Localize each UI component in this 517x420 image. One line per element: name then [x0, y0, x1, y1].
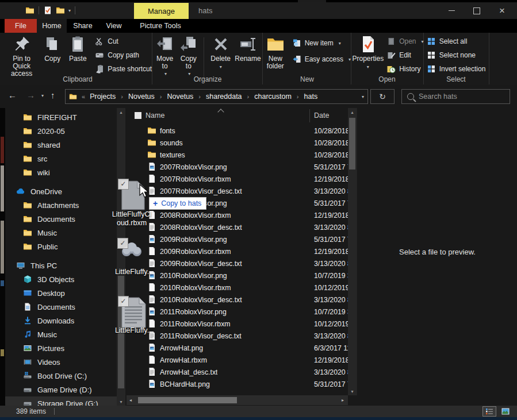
- tab-file[interactable]: File: [5, 19, 37, 33]
- file-row[interactable]: 2010RobloxVisor.rbxm 10/12/2019: [127, 282, 348, 294]
- address-dropdown-icon[interactable]: ▾: [362, 94, 364, 99]
- file-row[interactable]: 2008RobloxVisor_desc.txt 3/13/2020 8: [127, 221, 348, 233]
- paste-shortcut-button[interactable]: Paste shortcut: [95, 64, 152, 74]
- close-button[interactable]: [492, 2, 512, 19]
- history-button[interactable]: History: [386, 64, 423, 74]
- file-row[interactable]: 2011RobloxVisor_desc.txt 3/13/2020 8: [127, 330, 348, 342]
- rename-button[interactable]: Rename: [235, 35, 261, 63]
- easy-access-button[interactable]: Easy access: [292, 55, 351, 64]
- tab-home[interactable]: Home: [37, 19, 67, 33]
- sidebar-item[interactable]: Game Drive (D:): [5, 383, 117, 396]
- file-row[interactable]: 2009RobloxVisor.png 5/31/2017 7: [127, 233, 348, 245]
- sidebar-item[interactable]: Desktop: [5, 286, 117, 300]
- file-row[interactable]: 2007RobloxVisor_desc.txt 3/13/2020 8: [127, 185, 348, 197]
- paste-button[interactable]: Paste: [67, 35, 89, 63]
- forward-icon[interactable]: →: [26, 90, 35, 100]
- sidebar-item[interactable]: wiki: [5, 165, 117, 179]
- file-row[interactable]: BCHardHat.png 5/31/2017 7: [127, 378, 348, 390]
- address-bar[interactable]: « Projects›Novetus›Novetus›shareddata›ch…: [65, 89, 368, 104]
- scroll-up-icon[interactable]: ▴: [348, 108, 357, 116]
- horizontal-scrollbar-thumb[interactable]: [138, 397, 237, 403]
- tab-picture-tools[interactable]: Picture Tools: [131, 19, 190, 33]
- select-all-button[interactable]: Select all: [427, 37, 486, 46]
- file-row[interactable]: textures 10/28/2018: [127, 149, 348, 161]
- file-row[interactable]: 2010RobloxVisor.png 10/7/2019 3: [127, 269, 348, 282]
- scroll-right-icon[interactable]: ▸: [339, 395, 347, 405]
- sidebar-item[interactable]: Public: [5, 240, 117, 253]
- scroll-left-icon[interactable]: ◂: [127, 395, 135, 405]
- scroll-up-icon[interactable]: ▴: [117, 108, 125, 116]
- sidebar-item[interactable]: Downloads: [5, 314, 117, 327]
- file-row[interactable]: 2011RobloxVisor.rbxm 10/12/2019: [127, 318, 348, 330]
- sidebar-item[interactable]: shared: [5, 138, 117, 152]
- breadcrumb-item[interactable]: charcustom: [254, 93, 292, 101]
- file-row[interactable]: sounds 10/28/2018: [127, 137, 348, 149]
- file-list-scrollbar-thumb[interactable]: [349, 118, 355, 169]
- recent-locations-icon[interactable]: ▾: [41, 93, 44, 98]
- file-row[interactable]: 2007RobloxVisor.rbxm 12/19/2018: [127, 173, 348, 185]
- sidebar-item[interactable]: 2020-05: [5, 124, 117, 138]
- sidebar-item[interactable]: FIREFIGHT: [5, 110, 117, 124]
- sidebar-item[interactable]: Music: [5, 327, 117, 341]
- sidebar-item[interactable]: Documents: [5, 212, 117, 226]
- file-row[interactable]: ArrowHat.png 6/3/2017 11: [127, 342, 348, 354]
- copy-to-button[interactable]: Copy to: [178, 35, 198, 78]
- file-row[interactable]: ArrowHat.rbxm 12/19/2018: [127, 354, 348, 366]
- copy-path-button[interactable]: Copy path: [95, 51, 152, 60]
- file-row[interactable]: ArrowHat_desc.txt 3/13/2020 8: [127, 366, 348, 378]
- sidebar-item[interactable]: Attachments: [5, 198, 117, 212]
- tab-share[interactable]: Share: [67, 19, 99, 33]
- sidebar-item[interactable]: OneDrive: [5, 184, 117, 198]
- open-button[interactable]: Open: [386, 37, 423, 46]
- column-header-name[interactable]: Name: [145, 111, 164, 120]
- delete-button[interactable]: Delete: [209, 35, 232, 71]
- copy-button[interactable]: Copy: [41, 35, 63, 63]
- details-view-button[interactable]: [482, 406, 496, 417]
- column-divider[interactable]: [309, 109, 310, 122]
- move-to-button[interactable]: Move to: [155, 35, 175, 78]
- scroll-down-icon[interactable]: ▾: [117, 398, 125, 406]
- maximize-button[interactable]: [467, 2, 487, 19]
- column-header-date[interactable]: Date: [314, 111, 329, 120]
- file-row[interactable]: 2007RobloxVisor.png 5/31/2017 7: [127, 161, 348, 173]
- sidebar-item[interactable]: Storage Drive (G:): [5, 396, 117, 406]
- invert-selection-button[interactable]: Invert selection: [427, 64, 486, 74]
- qat-dropdown-icon[interactable]: ▾: [68, 8, 71, 13]
- select-all-checkbox[interactable]: [135, 112, 141, 119]
- breadcrumb-item[interactable]: shareddata: [206, 93, 242, 101]
- search-box[interactable]: Search hats: [401, 89, 510, 104]
- file-row[interactable]: fonts 10/28/2018: [127, 125, 348, 137]
- sidebar-item[interactable]: Pictures: [5, 341, 117, 355]
- pin-to-quick-access-button[interactable]: Pin to Quick access: [5, 35, 38, 78]
- back-icon[interactable]: ←: [8, 90, 17, 100]
- file-row[interactable]: 2009RobloxVisor.rbxm 12/19/2018: [127, 245, 348, 257]
- breadcrumb-overflow-icon[interactable]: «: [82, 93, 85, 100]
- breadcrumb-item[interactable]: Projects: [90, 93, 116, 101]
- qat-folder-icon[interactable]: [25, 6, 35, 15]
- edit-button[interactable]: Edit: [386, 51, 423, 60]
- horizontal-scrollbar[interactable]: ◂ ▸: [127, 395, 348, 405]
- scroll-down-icon[interactable]: ▾: [348, 387, 357, 395]
- breadcrumb-item[interactable]: Novetus: [128, 93, 155, 101]
- properties-button[interactable]: Properties: [352, 35, 384, 71]
- select-none-button[interactable]: Select none: [427, 51, 486, 60]
- sidebar-item[interactable]: Documents: [5, 300, 117, 314]
- qat-folder2-icon[interactable]: [56, 6, 65, 15]
- file-row[interactable]: 2009RobloxVisor_desc.txt 3/13/2020 8: [127, 257, 348, 269]
- sidebar-item[interactable]: Music: [5, 226, 117, 240]
- thumbnail-view-button[interactable]: [499, 406, 512, 417]
- file-row[interactable]: 2010RobloxVisor_desc.txt 3/13/2020 8: [127, 294, 348, 306]
- sidebar-item[interactable]: Boot Drive (C:): [5, 369, 117, 383]
- breadcrumb-item[interactable]: Novetus: [167, 93, 193, 101]
- new-item-button[interactable]: New item: [292, 38, 351, 48]
- refresh-button[interactable]: ↻: [370, 89, 395, 104]
- sidebar-item[interactable]: This PC: [5, 259, 117, 272]
- new-folder-button[interactable]: New folder: [265, 35, 286, 70]
- minimize-button[interactable]: [442, 2, 461, 19]
- qat-properties-icon[interactable]: [43, 6, 52, 15]
- file-row[interactable]: 2008RobloxVisor.rbxm 12/19/2018: [127, 209, 348, 221]
- file-list-scrollbar[interactable]: ▴ ▾: [348, 108, 357, 395]
- file-row[interactable]: 2011RobloxVisor.png 10/7/2019 3: [127, 306, 348, 318]
- sidebar-item[interactable]: Videos: [5, 355, 117, 369]
- tab-view[interactable]: View: [99, 19, 129, 33]
